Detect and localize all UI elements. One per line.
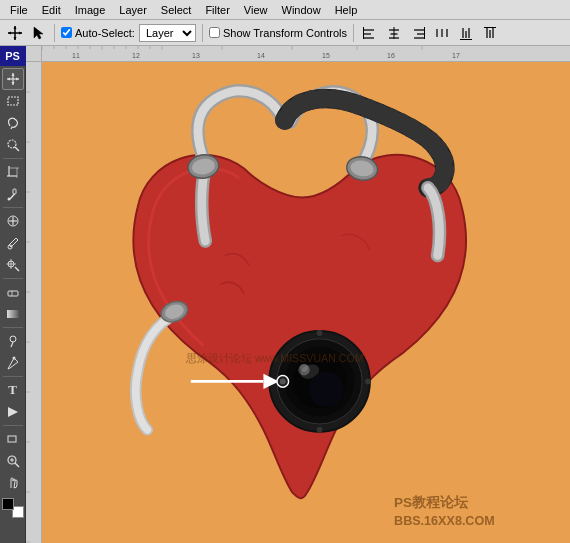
menu-help[interactable]: Help [329,2,364,18]
tool-dodge[interactable] [2,330,24,352]
svg-rect-19 [424,27,425,39]
tool-sep-5 [3,376,23,377]
svg-text:16: 16 [387,52,395,59]
tool-marquee-rect[interactable] [2,90,24,112]
ps-logo: PS [0,46,26,66]
svg-point-111 [298,364,310,376]
distribute-icon[interactable] [432,22,452,44]
tool-gradient[interactable] [2,303,24,325]
sep3 [353,24,354,42]
svg-marker-6 [19,31,22,34]
tool-zoom[interactable] [2,450,24,472]
color-swatches[interactable] [2,498,24,518]
tool-quick-select[interactable] [2,134,24,156]
tool-crop[interactable] [2,161,24,183]
svg-rect-30 [484,27,496,28]
svg-rect-56 [7,310,19,318]
ps-canvas[interactable]: 思涂设计论坛 www.MISSVUAN.COM PS教程论坛 BBS.16XX8… [42,62,570,543]
svg-rect-22 [446,29,448,37]
menu-filter[interactable]: Filter [199,2,235,18]
tool-clone[interactable] [2,254,24,276]
toolbar: Auto-Select: Layer Group Show Transform … [0,20,570,46]
svg-point-112 [309,372,344,407]
svg-marker-3 [14,26,17,29]
tool-hand[interactable] [2,472,24,494]
svg-rect-15 [394,27,395,39]
auto-select-checkbox[interactable] [61,27,72,38]
menu-edit[interactable]: Edit [36,2,67,18]
svg-rect-44 [13,189,16,194]
align-right-icon[interactable] [408,22,428,44]
svg-rect-27 [486,28,488,38]
move-tool-icon[interactable] [4,22,26,44]
tools-panel: PS [0,46,26,543]
tool-move[interactable] [2,68,24,90]
ruler-left [26,62,42,543]
tool-sep-1 [3,158,23,159]
tool-pen[interactable] [2,352,24,374]
tool-lasso[interactable] [2,112,24,134]
tool-shape[interactable] [2,428,24,450]
svg-rect-17 [417,33,424,35]
svg-text:14: 14 [257,52,265,59]
ruler-top-row: 11 12 13 14 15 16 17 [26,46,570,62]
tool-sep-6 [3,425,23,426]
align-left-icon[interactable] [360,22,380,44]
tool-eraser[interactable] [2,281,24,303]
tool-sep-4 [3,327,23,328]
canvas-artwork: 思涂设计论坛 www.MISSVUAN.COM PS教程论坛 BBS.16XX8… [42,62,570,543]
tool-sep-2 [3,207,23,208]
svg-line-63 [15,463,19,467]
svg-marker-34 [11,82,14,85]
show-transform-checkbox[interactable] [209,27,220,38]
menu-image[interactable]: Image [69,2,112,18]
canvas-row: 思涂设计论坛 www.MISSVUAN.COM PS教程论坛 BBS.16XX8… [26,62,570,543]
watermark3-text: BBS.16XX8.COM [394,514,495,528]
svg-rect-54 [8,291,18,296]
svg-line-58 [11,342,13,347]
tool-path-select[interactable] [2,401,24,423]
watermark1-text: 思涂设计论坛 www.MISSVUAN.COM [185,352,364,364]
svg-point-57 [10,336,16,342]
svg-line-39 [15,147,19,151]
svg-text:12: 12 [132,52,140,59]
svg-marker-7 [34,27,43,39]
svg-marker-4 [14,37,17,40]
svg-rect-61 [8,436,16,442]
align-bottom-icon[interactable] [456,22,476,44]
svg-text:11: 11 [72,52,80,59]
svg-point-46 [7,198,10,201]
auto-select-label[interactable]: Auto-Select: [61,27,135,39]
svg-marker-35 [7,78,10,81]
svg-point-114 [317,427,323,433]
menu-select[interactable]: Select [155,2,198,18]
align-top-icon[interactable] [480,22,500,44]
tool-sep-3 [3,278,23,279]
svg-marker-36 [16,78,19,81]
svg-rect-37 [8,97,18,105]
tool-text[interactable]: T [2,379,24,401]
align-center-icon[interactable] [384,22,404,44]
menu-view[interactable]: View [238,2,274,18]
svg-marker-5 [8,31,11,34]
canvas-with-rulers: 11 12 13 14 15 16 17 [26,46,570,543]
svg-rect-28 [489,30,491,38]
tool-heal[interactable] [2,210,24,232]
ruler-corner [26,46,42,62]
svg-rect-8 [364,29,374,31]
arrow-icon[interactable] [30,22,48,44]
svg-rect-10 [364,37,374,39]
tool-brush[interactable] [2,232,24,254]
show-transform-label[interactable]: Show Transform Controls [209,27,347,39]
menu-layer[interactable]: Layer [113,2,153,18]
svg-text:17: 17 [452,52,460,59]
svg-rect-16 [414,29,424,31]
menu-window[interactable]: Window [276,2,327,18]
main-area: PS [0,46,570,543]
menu-file[interactable]: File [4,2,34,18]
layer-select[interactable]: Layer Group [139,24,196,42]
tool-eyedropper[interactable] [2,183,24,205]
svg-point-116 [365,378,371,384]
svg-text:13: 13 [192,52,200,59]
ruler-top: 11 12 13 14 15 16 17 [42,46,570,62]
